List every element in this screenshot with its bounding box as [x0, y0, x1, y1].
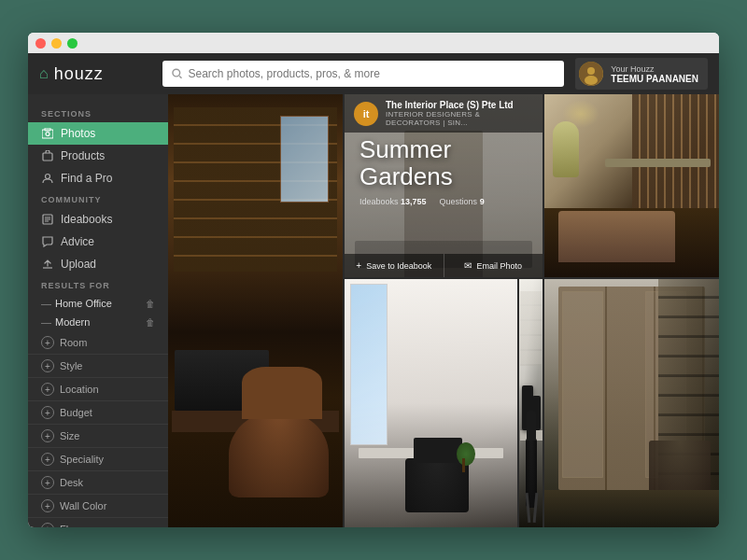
user-area[interactable]: Your Houzz TEEMU PAANANEN [575, 58, 708, 90]
email-icon: ✉ [464, 260, 472, 271]
svg-point-6 [46, 133, 49, 136]
filter-desk-label: Desk [60, 477, 83, 488]
svg-line-1 [179, 76, 181, 77]
sidebar-item-advice[interactable]: Advice [28, 231, 168, 253]
main-content: SECTIONS Photos Products Find a Pro C [28, 94, 719, 527]
user-info: Your Houzz TEEMU PAANANEN [611, 64, 698, 84]
community-label: COMMUNITY [28, 189, 168, 208]
sidebar-item-products[interactable]: Products [28, 145, 168, 167]
photo-storage[interactable] [544, 279, 719, 527]
filter-room[interactable]: + Room [28, 331, 168, 355]
featured-title-area: SummerGardens Ideabooks 13,755 Questions… [359, 136, 528, 206]
filter-style[interactable]: + Style [28, 355, 168, 378]
filter-budget[interactable]: + Budget [28, 401, 168, 425]
advice-icon [41, 235, 54, 248]
svg-point-9 [46, 175, 50, 179]
sections-label: SECTIONS [28, 104, 168, 122]
stat-questions: Questions 9 [440, 197, 485, 206]
delete-modern-tag[interactable]: 🗑 [146, 317, 155, 328]
delete-homeoffice-tag[interactable]: 🗑 [146, 299, 155, 309]
sidebar-item-findapro[interactable]: Find a Pro [28, 167, 168, 189]
photo-wood-office[interactable] [168, 94, 343, 527]
filter-desk[interactable]: + Desk [28, 471, 168, 495]
upload-icon [41, 258, 54, 271]
close-button[interactable] [35, 38, 46, 49]
photos-label: Photos [61, 127, 95, 140]
brand-sub: INTERIOR DESIGNERS & DECORATORS | SIN... [386, 110, 533, 127]
sidebar-item-photos[interactable]: Photos [28, 122, 168, 145]
featured-stats: Ideabooks 13,755 Questions 9 [359, 197, 528, 206]
maximize-button[interactable] [67, 38, 78, 49]
expand-size-icon: + [41, 429, 54, 442]
photos-icon [41, 127, 54, 140]
sidebar-item-ideabooks[interactable]: Ideabooks [28, 208, 168, 231]
user-label: Your Houzz [611, 64, 698, 74]
filter-size[interactable]: + Size [28, 425, 168, 448]
results-label: RESULTS FOR [28, 275, 168, 294]
photo-white-office[interactable] [345, 279, 517, 527]
photo-grid: it The Interior Place (S) Pte Ltd INTERI… [168, 94, 719, 527]
photo-featured[interactable]: it The Interior Place (S) Pte Ltd INTERI… [345, 94, 543, 277]
save-to-ideabook-button[interactable]: + Save to Ideabook [345, 254, 444, 277]
svg-rect-8 [43, 153, 52, 161]
save-icon: + [356, 260, 361, 271]
findapro-label: Find a Pro [61, 172, 112, 185]
filter-location[interactable]: + Location [28, 378, 168, 401]
filter-floor-label: Floor [60, 524, 83, 527]
filter-wallcolor-label: Wall Color [60, 500, 106, 511]
products-icon [41, 149, 54, 162]
search-input[interactable] [188, 67, 555, 80]
findapro-icon [41, 172, 54, 185]
results-tag-homeoffice: —Home Office 🗑 [28, 294, 168, 313]
logo-text: houzz [54, 64, 104, 84]
upload-label: Upload [61, 258, 96, 271]
email-photo-button[interactable]: ✉ Email Photo [444, 254, 543, 277]
ideabooks-icon [41, 213, 54, 226]
brand-info: The Interior Place (S) Pte Ltd INTERIOR … [386, 100, 533, 127]
houzz-logo-icon: ⌂ [39, 65, 49, 82]
filter-floor[interactable]: + Floor [28, 518, 168, 527]
header: ⌂ houzz Your Houzz TEEMU PAANANEN [28, 53, 719, 94]
filter-style-label: Style [60, 360, 82, 371]
expand-location-icon: + [41, 383, 54, 396]
filter-wallcolor[interactable]: + Wall Color [28, 495, 168, 518]
tag-homeoffice-label: Home Office [55, 298, 112, 309]
minimize-button[interactable] [51, 38, 62, 49]
svg-point-0 [173, 69, 180, 77]
avatar [579, 62, 603, 86]
filter-budget-label: Budget [60, 407, 92, 418]
photo-library[interactable] [544, 94, 719, 277]
products-label: Products [61, 149, 105, 162]
photo-modern-desk[interactable] [519, 279, 543, 527]
app-window: ⌂ houzz Your Houzz TEEMU PAANANEN [28, 33, 719, 527]
sidebar-item-upload[interactable]: Upload [28, 253, 168, 275]
filter-size-label: Size [60, 430, 79, 441]
filter-speciality-label: Speciality [60, 454, 104, 465]
title-bar [28, 33, 719, 53]
search-icon [172, 68, 182, 79]
brand-icon: it [354, 102, 378, 126]
ideabooks-label: Ideabooks [61, 213, 112, 226]
search-bar[interactable] [162, 61, 564, 87]
results-tag-modern: —Modern 🗑 [28, 313, 168, 331]
svg-point-3 [587, 67, 595, 75]
expand-floor-icon: + [41, 523, 54, 527]
advice-label: Advice [61, 235, 94, 248]
filter-location-label: Location [60, 384, 99, 395]
brand-name: The Interior Place (S) Pte Ltd [386, 100, 533, 110]
logo-area: ⌂ houzz [39, 64, 151, 84]
expand-style-icon: + [41, 359, 54, 372]
expand-desk-icon: + [41, 476, 54, 489]
filter-speciality[interactable]: + Speciality [28, 448, 168, 471]
stat-ideabooks: Ideabooks 13,755 [359, 197, 427, 206]
user-name: TEEMU PAANANEN [611, 74, 698, 84]
expand-budget-icon: + [41, 406, 54, 419]
filter-room-label: Room [60, 337, 87, 348]
expand-speciality-icon: + [41, 453, 54, 466]
expand-room-icon: + [41, 336, 54, 349]
featured-actions: + Save to Ideabook ✉ Email Photo [345, 254, 543, 277]
user-avatar-image [579, 62, 603, 86]
sidebar: SECTIONS Photos Products Find a Pro C [28, 94, 168, 527]
featured-title: SummerGardens [359, 136, 528, 189]
expand-wallcolor-icon: + [41, 499, 54, 512]
